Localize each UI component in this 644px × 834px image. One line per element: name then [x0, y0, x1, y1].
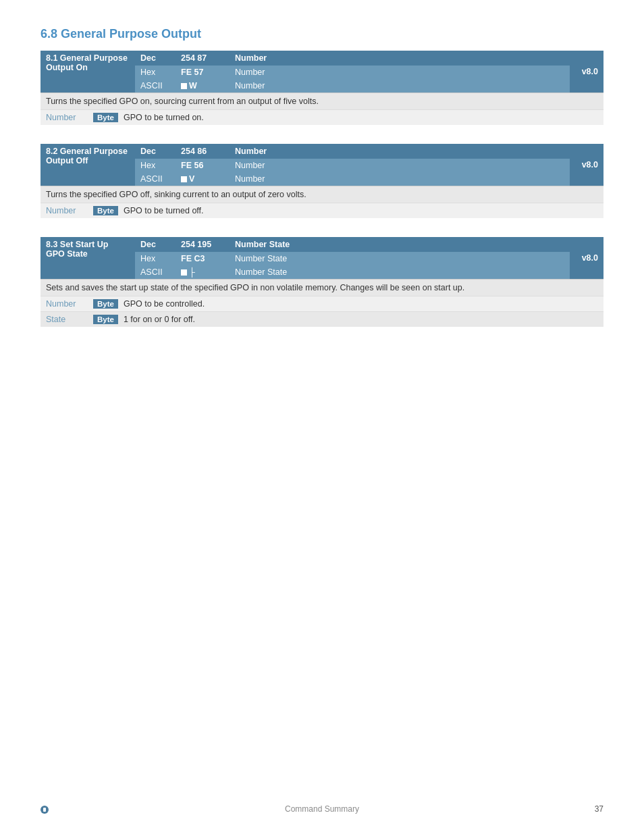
cmd-type-ascii: ASCII: [135, 79, 176, 93]
cmd-version: v8.0: [570, 51, 603, 93]
command-block-1: 8.1 General PurposeOutput OnDec254 87Num…: [41, 51, 603, 125]
cmd-description: Sets and saves the start up state of the…: [41, 280, 603, 296]
param-datatype: Byte: [93, 206, 118, 215]
ascii-square-icon: [181, 176, 187, 182]
ascii-square-icon: [181, 83, 187, 89]
cmd-type-ascii: ASCII: [135, 265, 176, 279]
param-description: GPO to be turned on.: [124, 113, 204, 122]
cmd-table-1: 8.1 General PurposeOutput OnDec254 87Num…: [41, 51, 603, 93]
cmd-params-wrapper: NumberByteGPO to be turned off.: [41, 203, 603, 218]
command-block-2: 8.2 General PurposeOutput OffDec254 86Nu…: [41, 144, 603, 218]
cmd-name-cell: 8.1 General PurposeOutput On: [41, 51, 135, 93]
cmd-type-dec: Dec: [135, 51, 176, 66]
cmd-args-hex: Number State: [230, 252, 570, 265]
cmd-args-hex: Number: [230, 159, 570, 172]
cmd-description-wrapper: Turns the specified GPO on, sourcing cur…: [41, 93, 603, 109]
param-datatype: Byte: [93, 315, 118, 324]
cmd-code-ascii: ├: [176, 265, 230, 279]
cmd-name-line2: GPO State: [46, 249, 88, 259]
cmd-args-dec: Number State: [230, 237, 570, 252]
cmd-version: v8.0: [570, 144, 603, 186]
cmd-args-dec: Number: [230, 144, 570, 159]
cmd-type-hex: Hex: [135, 252, 176, 265]
commands-container: 8.1 General PurposeOutput OnDec254 87Num…: [41, 51, 603, 327]
ascii-square-icon: [181, 269, 187, 276]
section-title: 6.8 General Purpose Output: [41, 27, 603, 41]
cmd-code-dec: 254 86: [176, 144, 230, 159]
cmd-params-wrapper: NumberByteGPO to be turned on.: [41, 109, 603, 125]
param-name: Number: [46, 206, 93, 215]
param-description: 1 for on or 0 for off.: [124, 315, 195, 324]
cmd-type-hex: Hex: [135, 159, 176, 172]
cmd-code-dec: 254 195: [176, 237, 230, 252]
cmd-name-line1: 8.1 General Purpose: [46, 53, 128, 63]
cmd-type-ascii: ASCII: [135, 172, 176, 186]
cmd-version: v8.0: [570, 237, 603, 279]
cmd-args-ascii: Number: [230, 172, 570, 186]
cmd-type-dec: Dec: [135, 237, 176, 252]
param-name: Number: [46, 113, 93, 122]
cmd-name-line1: 8.2 General Purpose: [46, 147, 128, 156]
cmd-args-dec: Number: [230, 51, 570, 66]
command-block-3: 8.3 Set Start UpGPO StateDec254 195Numbe…: [41, 237, 603, 327]
cmd-code-ascii: W: [176, 79, 230, 93]
cmd-code-hex: FE 57: [176, 66, 230, 79]
page-footer: Command Summary 37: [0, 804, 644, 814]
cmd-code-dec: 254 87: [176, 51, 230, 66]
cmd-args-hex: Number: [230, 66, 570, 79]
cmd-name-cell: 8.2 General PurposeOutput Off: [41, 144, 135, 186]
cmd-args-ascii: Number State: [230, 265, 570, 279]
param-row-0: NumberByteGPO to be turned on.: [41, 109, 603, 125]
cmd-name-line2: Output Off: [46, 156, 88, 165]
cmd-code-hex: FE C3: [176, 252, 230, 265]
cmd-table-3: 8.3 Set Start UpGPO StateDec254 195Numbe…: [41, 237, 603, 279]
cmd-params-wrapper: NumberByteGPO to be controlled.StateByte…: [41, 296, 603, 327]
cmd-code-ascii: V: [176, 172, 230, 186]
cmd-name-line2: Output On: [46, 63, 88, 72]
param-datatype: Byte: [93, 299, 118, 309]
param-row-1: StateByte1 for on or 0 for off.: [41, 311, 603, 327]
cmd-table-2: 8.2 General PurposeOutput OffDec254 86Nu…: [41, 144, 603, 186]
cmd-description-wrapper: Sets and saves the start up state of the…: [41, 279, 603, 296]
cmd-name-cell: 8.3 Set Start UpGPO State: [41, 237, 135, 279]
cmd-type-hex: Hex: [135, 66, 176, 79]
cmd-name-line1: 8.3 Set Start Up: [46, 240, 108, 249]
footer-label: Command Summary: [285, 804, 359, 814]
param-row-0: NumberByteGPO to be controlled.: [41, 296, 603, 311]
param-description: GPO to be controlled.: [124, 299, 205, 309]
cmd-header-row: 8.3 Set Start UpGPO StateDec254 195Numbe…: [41, 237, 603, 252]
footer-icon: [41, 806, 49, 814]
cmd-description-wrapper: Turns the specified GPO off, sinking cur…: [41, 186, 603, 203]
cmd-header-row: 8.1 General PurposeOutput OnDec254 87Num…: [41, 51, 603, 66]
cmd-description: Turns the specified GPO on, sourcing cur…: [41, 93, 603, 109]
cmd-code-hex: FE 56: [176, 159, 230, 172]
cmd-args-ascii: Number: [230, 79, 570, 93]
param-name: Number: [46, 299, 93, 309]
param-row-0: NumberByteGPO to be turned off.: [41, 203, 603, 218]
cmd-description: Turns the specified GPO off, sinking cur…: [41, 186, 603, 203]
param-datatype: Byte: [93, 113, 118, 122]
param-name: State: [46, 315, 93, 324]
page-number: 37: [595, 804, 603, 814]
param-description: GPO to be turned off.: [124, 206, 204, 215]
cmd-header-row: 8.2 General PurposeOutput OffDec254 86Nu…: [41, 144, 603, 159]
cmd-type-dec: Dec: [135, 144, 176, 159]
